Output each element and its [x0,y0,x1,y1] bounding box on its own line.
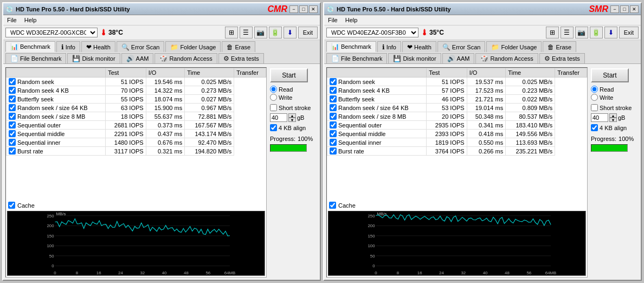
tab-random-access[interactable]: 🎲Random Access [475,53,538,63]
gb-spin-down[interactable]: ▼ [609,118,617,122]
minimize-button[interactable]: − [610,5,619,13]
toolbar-icon-4[interactable]: 🔋 [269,27,282,38]
row-checkbox[interactable] [9,78,16,85]
row-checkbox[interactable] [330,139,337,146]
minimize-button[interactable]: − [289,5,298,13]
gb-input[interactable] [591,113,608,122]
tab-health[interactable]: ❤Health [81,41,115,52]
row-checkbox[interactable] [9,95,16,102]
row-checkbox[interactable] [330,78,337,85]
menu-help[interactable]: Help [23,16,38,24]
start-button[interactable]: Start [591,68,629,82]
title-bar-label: CMR [268,4,287,14]
kb-align-checkbox[interactable] [591,124,598,131]
drive-select[interactable]: WDC WD40EZAZ-00SF3B0 (4000 gB) [326,28,418,37]
tab-info[interactable]: ℹInfo [56,41,80,52]
tab-label: Health [414,44,432,50]
test-name: Butterfly seek [17,96,54,102]
kb-align-option[interactable]: 4 KB align [591,124,637,131]
tab-label: Random Access [169,55,212,62]
toolbar-icon-5[interactable]: ⬇ [284,27,297,38]
tab-health[interactable]: ❤Health [402,41,436,52]
cell-time: 17.523 ms [467,86,506,95]
exit-button[interactable]: Exit [619,27,639,38]
row-checkbox[interactable] [9,87,16,94]
maximize-button[interactable]: □ [620,5,629,13]
row-checkbox[interactable] [330,95,337,102]
row-checkbox[interactable] [330,147,337,155]
row-checkbox[interactable] [9,113,16,120]
tab-file-benchmark[interactable]: 📄File Benchmark [5,53,66,63]
tab-extra-tests[interactable]: ⚙Extra tests [539,53,585,63]
row-checkbox[interactable] [9,121,16,128]
start-button[interactable]: Start [270,68,308,82]
kb-align-checkbox[interactable] [270,124,277,131]
read-option[interactable]: Read [591,86,637,93]
tab-benchmark[interactable]: 📊Benchmark [326,41,376,52]
tab-extra-tests[interactable]: ⚙Extra tests [218,53,264,63]
short-stroke-checkbox[interactable] [591,104,598,111]
tab-aam[interactable]: 🔊AAM [442,53,475,63]
gb-spin-down[interactable]: ▼ [288,118,296,122]
close-button[interactable]: ✕ [309,5,318,13]
gb-input[interactable] [270,113,287,122]
gb-spin-up[interactable]: ▲ [609,113,617,118]
menu-file[interactable]: File [5,16,18,24]
row-checkbox[interactable] [9,139,16,146]
menu-help[interactable]: Help [344,16,359,24]
menu-file[interactable]: File [326,16,339,24]
toolbar-icon-2[interactable]: ☰ [561,27,574,38]
tab-random-access[interactable]: 🎲Random Access [154,53,217,63]
test-name: Random seek / size 8 MB [17,113,85,120]
short-stroke-option[interactable]: Short stroke [591,104,637,111]
progress-row: Progress: 100% [591,136,637,142]
row-checkbox[interactable] [330,104,337,111]
row-checkbox[interactable] [9,104,16,111]
row-checkbox[interactable] [330,121,337,128]
row-checkbox[interactable] [330,113,337,120]
tab-disk-monitor[interactable]: 💾Disk monitor [67,53,120,63]
toolbar-icon-3[interactable]: 📷 [575,27,588,38]
row-checkbox[interactable] [9,147,16,155]
write-option[interactable]: Write [270,94,317,101]
toolbar-icon-4[interactable]: 🔋 [590,27,603,38]
tab-label: Erase [556,44,571,50]
row-checkbox[interactable] [330,130,337,137]
short-stroke-option[interactable]: Short stroke [270,104,317,111]
tab-icon: 🔍 [442,43,450,51]
drive-select[interactable]: WDC WD30EZRZ-00GXCB0 (3000 gB) [5,28,98,37]
gb-spin-up[interactable]: ▲ [288,113,296,118]
cache-label: Cache [338,202,356,209]
tab-info[interactable]: ℹInfo [377,41,401,52]
tab-file-benchmark[interactable]: 📄File Benchmark [326,53,387,63]
tab-aam[interactable]: 🔊AAM [121,53,154,63]
kb-align-option[interactable]: 4 KB align [270,124,317,131]
row-checkbox[interactable] [330,87,337,94]
toolbar-icon-2[interactable]: ☰ [240,27,253,38]
exit-button[interactable]: Exit [298,27,318,38]
menu-bar: FileHelp [3,15,320,25]
tab-erase[interactable]: 🗑Erase [222,41,255,52]
tab-icon: 🔊 [447,55,455,62]
cache-checkbox[interactable] [329,202,336,209]
close-button[interactable]: ✕ [630,5,639,13]
toolbar-icon-1[interactable]: ⊞ [546,27,559,38]
toolbar-icon-5[interactable]: ⬇ [604,27,617,38]
tab-error-scan[interactable]: 🔍Error Scan [117,41,165,52]
toolbar-icon-3[interactable]: 📷 [254,27,267,38]
tab-folder-usage[interactable]: 📁Folder Usage [486,41,542,52]
short-stroke-checkbox[interactable] [270,104,277,111]
cache-checkbox[interactable] [8,202,15,209]
cell-transfer: 0.025 MB/s [185,78,234,86]
tab-error-scan[interactable]: 🔍Error Scan [437,41,486,52]
tab-icon: ℹ [61,43,64,51]
tab-benchmark[interactable]: 📊Benchmark [5,41,55,52]
tab-folder-usage[interactable]: 📁Folder Usage [165,41,221,52]
read-option[interactable]: Read [270,86,317,93]
maximize-button[interactable]: □ [299,5,308,13]
toolbar-icon-1[interactable]: ⊞ [225,27,238,38]
write-option[interactable]: Write [591,94,637,101]
tab-erase[interactable]: 🗑Erase [543,41,576,52]
tab-disk-monitor[interactable]: 💾Disk monitor [388,53,441,63]
row-checkbox[interactable] [9,130,16,137]
